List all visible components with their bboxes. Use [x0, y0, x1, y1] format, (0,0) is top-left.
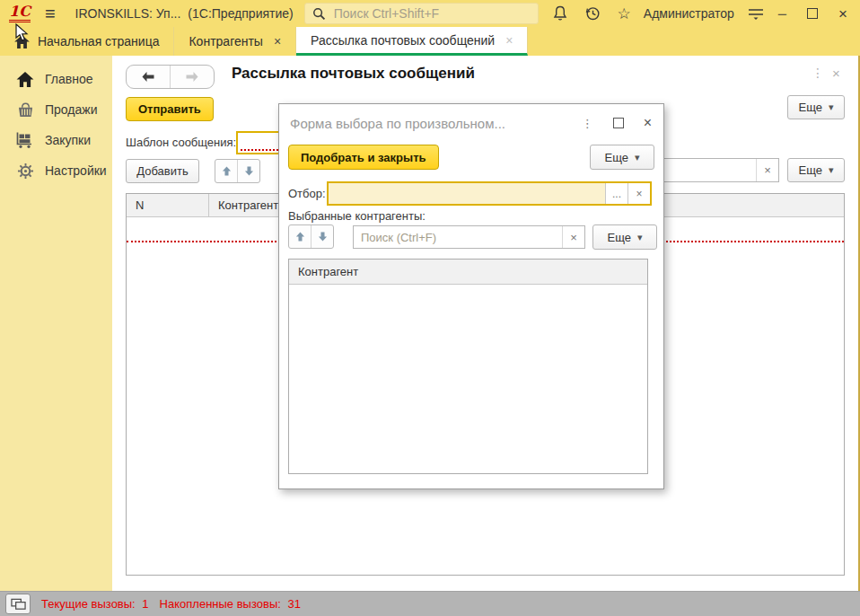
current-calls-status: Текущие вызовы: 1: [41, 597, 149, 611]
dialog-search-box[interactable]: ×: [353, 225, 585, 249]
dialog-reorder-buttons: [288, 224, 334, 249]
accumulated-calls-value: 31: [287, 597, 300, 611]
form-close-icon[interactable]: ×: [832, 66, 840, 80]
window-controls: ─ ×: [778, 6, 847, 22]
more-label: Еще: [608, 231, 631, 244]
accumulated-calls-status: Накопленные вызовы: 31: [160, 597, 301, 611]
form-menu-kebab-icon[interactable]: ⋮: [812, 66, 824, 79]
clear-search-icon[interactable]: ×: [756, 159, 778, 181]
move-up-icon[interactable]: [289, 225, 311, 248]
current-calls-value: 1: [142, 597, 148, 611]
back-button[interactable]: [127, 66, 170, 88]
nav-history-group: [126, 65, 215, 89]
selection-dialog: Форма выбора по произвольном... ⋮ × Подо…: [278, 103, 664, 489]
dialog-more-button-list[interactable]: Еще ▾: [592, 224, 657, 250]
close-window-icon[interactable]: ×: [838, 6, 847, 22]
minimize-icon[interactable]: ─: [778, 8, 786, 20]
global-search-input[interactable]: [332, 5, 531, 22]
selected-counterparties-table[interactable]: Контрагент: [288, 259, 648, 474]
dialog-maximize-icon[interactable]: [613, 118, 624, 128]
user-menu-icon[interactable]: [748, 7, 764, 21]
move-up-icon[interactable]: [215, 160, 237, 182]
tab-label: Рассылка почтовых сообщений: [311, 33, 495, 48]
tab-counterparties[interactable]: Контрагенты ×: [174, 27, 296, 56]
dialog-menu-kebab-icon[interactable]: ⋮: [582, 118, 593, 129]
more-button-list[interactable]: Еще ▾: [787, 158, 845, 182]
add-button[interactable]: Добавить: [126, 159, 199, 183]
favorites-star-icon[interactable]: ☆: [618, 6, 631, 22]
sidebar-item-label: Настройки: [45, 163, 107, 178]
chevron-down-icon: ▾: [829, 102, 834, 112]
clear-search-icon[interactable]: ×: [562, 226, 584, 248]
pick-and-close-button[interactable]: Подобрать и закрыть: [288, 145, 439, 170]
titlebar: 1С ≡ IRONSKILLS: Уп... (1С:Предприятие) …: [0, 0, 860, 27]
page-title: Рассылка почтовых сообщений: [232, 65, 475, 83]
status-bar: Текущие вызовы: 1 Накопленные вызовы: 31: [0, 591, 860, 616]
tab-mail-distribution[interactable]: Рассылка почтовых сообщений ×: [296, 27, 528, 56]
sidebar: Главное Продажи Закупки Настройки: [0, 56, 112, 591]
sidebar-item-sales[interactable]: Продажи: [0, 99, 112, 120]
basket-icon: [15, 102, 35, 118]
sidebar-item-label: Закупки: [45, 133, 91, 147]
titlebar-icons: ☆: [553, 5, 631, 22]
home-icon: [15, 72, 35, 87]
dialog-controls: ⋮ ×: [582, 116, 652, 130]
main-menu-icon[interactable]: ≡: [45, 4, 56, 22]
filter-label: Отбор:: [288, 187, 326, 200]
close-tab-icon[interactable]: ×: [505, 34, 513, 47]
filter-input[interactable]: [329, 183, 605, 204]
dialog-search-input[interactable]: [354, 226, 562, 248]
current-calls-label: Текущие вызовы:: [41, 597, 136, 611]
sidebar-item-purchases[interactable]: Закупки: [0, 129, 112, 151]
search-icon: [312, 7, 326, 21]
tab-label: Контрагенты: [189, 34, 262, 48]
app-window: 1С ≡ IRONSKILLS: Уп... (1С:Предприятие) …: [0, 0, 860, 616]
notifications-bell-icon[interactable]: [553, 5, 567, 22]
global-search-box[interactable]: [304, 3, 539, 24]
column-header-n[interactable]: N: [127, 194, 209, 216]
column-header-counterparty[interactable]: Контрагент: [289, 260, 647, 285]
sidebar-item-settings[interactable]: Настройки: [0, 160, 112, 181]
app-product-name: (1С:Предприятие): [188, 6, 293, 21]
more-label: Еще: [799, 101, 822, 114]
filter-clear-icon[interactable]: ×: [627, 183, 650, 204]
sidebar-item-label: Главное: [45, 72, 93, 86]
selected-counterparties-label: Выбранные контрагенты:: [288, 209, 426, 223]
filter-ellipsis-button[interactable]: ...: [605, 183, 627, 204]
home-icon: [14, 35, 30, 48]
template-label: Шаблон сообщения:: [126, 136, 236, 149]
more-label: Еще: [799, 163, 822, 177]
app-title: IRONSKILLS: Уп...: [75, 6, 181, 21]
gear-icon: [15, 163, 35, 180]
filter-field[interactable]: ... ×: [327, 181, 652, 206]
close-tab-icon[interactable]: ×: [274, 35, 281, 48]
forward-button[interactable]: [170, 66, 214, 88]
chevron-down-icon: ▾: [637, 233, 643, 242]
dialog-close-icon[interactable]: ×: [644, 116, 652, 130]
send-button[interactable]: Отправить: [126, 97, 214, 121]
more-label: Еще: [605, 151, 628, 164]
maximize-icon[interactable]: [807, 8, 818, 19]
more-button-top[interactable]: Еще ▾: [787, 95, 845, 119]
move-down-icon[interactable]: [311, 225, 333, 248]
chevron-down-icon: ▾: [829, 165, 834, 175]
sidebar-item-label: Продажи: [45, 102, 97, 117]
reorder-buttons: [215, 159, 260, 183]
cart-icon: [15, 132, 35, 148]
server-calls-icon[interactable]: [5, 594, 31, 614]
1c-logo-icon: 1С: [9, 4, 31, 22]
chevron-down-icon: ▾: [635, 153, 640, 163]
accumulated-calls-label: Накопленные вызовы:: [160, 597, 281, 611]
tab-home-page[interactable]: Начальная страница: [0, 27, 174, 56]
sidebar-item-main[interactable]: Главное: [0, 68, 112, 90]
move-down-icon[interactable]: [237, 160, 259, 182]
tab-label: Начальная страница: [38, 34, 159, 48]
history-icon[interactable]: [584, 5, 601, 22]
current-user[interactable]: Администратор: [644, 6, 734, 21]
tab-bar: Начальная страница Контрагенты × Рассылк…: [0, 27, 860, 56]
dialog-title: Форма выбора по произвольном...: [290, 116, 505, 131]
dialog-more-button-top[interactable]: Еще ▾: [590, 145, 654, 170]
